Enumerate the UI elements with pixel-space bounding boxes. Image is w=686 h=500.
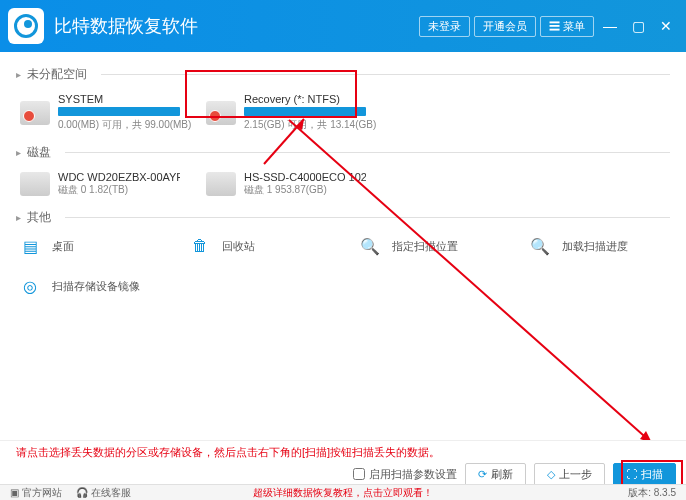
target-icon: 🔍 xyxy=(356,232,384,260)
vip-button[interactable]: 开通会员 xyxy=(474,16,536,37)
partition-system[interactable]: SYSTEM 0.00(MB) 可用，共 99.00(MB) xyxy=(16,89,184,136)
partition-name: Recovery (*: NTFS) xyxy=(244,93,366,105)
other-load-progress[interactable]: 🔍 加载扫描进度 xyxy=(526,232,666,260)
section-unallocated: 未分配空间 xyxy=(16,66,670,83)
partition-recovery[interactable]: Recovery (*: NTFS) 2.15(GB) 可用，共 13.14(G… xyxy=(202,89,370,136)
statusbar: ▣ 官方网站 🎧 在线客服 超级详细数据恢复教程，点击立即观看！ 版本: 8.3… xyxy=(0,484,686,500)
refresh-icon: ⟳ xyxy=(478,468,487,481)
drive-icon xyxy=(206,101,236,125)
support-link[interactable]: 🎧 在线客服 xyxy=(76,486,131,500)
app-title: 比特数据恢复软件 xyxy=(54,14,419,38)
minimize-button[interactable]: — xyxy=(598,17,622,35)
other-scan-image[interactable]: ◎ 扫描存储设备镜像 xyxy=(16,272,176,300)
version-label: 版本: 8.3.5 xyxy=(628,486,676,500)
image-icon: ◎ xyxy=(16,272,44,300)
disk-1[interactable]: HS-SSD-C4000ECO 1024G 磁盘 1 953.87(GB) xyxy=(202,167,370,201)
disk-name: WDC WD20EZBX-00AYRA0 xyxy=(58,171,180,183)
prev-icon: ◇ xyxy=(547,468,555,481)
svg-marker-3 xyxy=(640,431,652,440)
official-site-link[interactable]: ▣ 官方网站 xyxy=(10,486,62,500)
section-other: 其他 xyxy=(16,209,670,226)
section-disks: 磁盘 xyxy=(16,144,670,161)
app-logo xyxy=(8,8,44,44)
tutorial-link[interactable]: 超级详细数据恢复教程，点击立即观看！ xyxy=(253,486,433,500)
titlebar: 比特数据恢复软件 未登录 开通会员 ☰ 菜单 — ▢ ✕ xyxy=(0,0,686,52)
desktop-icon: ▤ xyxy=(16,232,44,260)
disk-icon xyxy=(206,172,236,196)
scan-icon: ⛶ xyxy=(626,468,637,480)
enable-params-checkbox[interactable]: 启用扫描参数设置 xyxy=(353,467,457,482)
disk-sub: 磁盘 1 953.87(GB) xyxy=(244,183,366,197)
prev-button[interactable]: ◇上一步 xyxy=(534,463,605,486)
disk-0[interactable]: WDC WD20EZBX-00AYRA0 磁盘 0 1.82(TB) xyxy=(16,167,184,201)
partition-usage: 0.00(MB) 可用，共 99.00(MB) xyxy=(58,118,180,132)
other-recyclebin[interactable]: 🗑 回收站 xyxy=(186,232,326,260)
refresh-button[interactable]: ⟳刷新 xyxy=(465,463,526,486)
footer: 启用扫描参数设置 ⟳刷新 ◇上一步 ⛶扫描 xyxy=(0,462,686,486)
disk-icon xyxy=(20,172,50,196)
trash-icon: 🗑 xyxy=(186,232,214,260)
partition-usage: 2.15(GB) 可用，共 13.14(GB) xyxy=(244,118,366,132)
load-icon: 🔍 xyxy=(526,232,554,260)
usage-bar xyxy=(244,107,366,116)
params-checkbox[interactable] xyxy=(353,468,365,480)
menu-button[interactable]: ☰ 菜单 xyxy=(540,16,594,37)
drive-icon xyxy=(20,101,50,125)
disk-name: HS-SSD-C4000ECO 1024G xyxy=(244,171,366,183)
close-button[interactable]: ✕ xyxy=(654,17,678,35)
scan-button[interactable]: ⛶扫描 xyxy=(613,463,676,486)
hint-text: 请点击选择丢失数据的分区或存储设备，然后点击右下角的[扫描]按钮扫描丢失的数据。 xyxy=(0,440,686,464)
login-status-button[interactable]: 未登录 xyxy=(419,16,470,37)
disk-sub: 磁盘 0 1.82(TB) xyxy=(58,183,180,197)
partition-name: SYSTEM xyxy=(58,93,180,105)
other-specify-location[interactable]: 🔍 指定扫描位置 xyxy=(356,232,496,260)
maximize-button[interactable]: ▢ xyxy=(626,17,650,35)
other-desktop[interactable]: ▤ 桌面 xyxy=(16,232,156,260)
usage-bar xyxy=(58,107,180,116)
main-content: 未分配空间 SYSTEM 0.00(MB) 可用，共 99.00(MB) Rec… xyxy=(0,52,686,440)
